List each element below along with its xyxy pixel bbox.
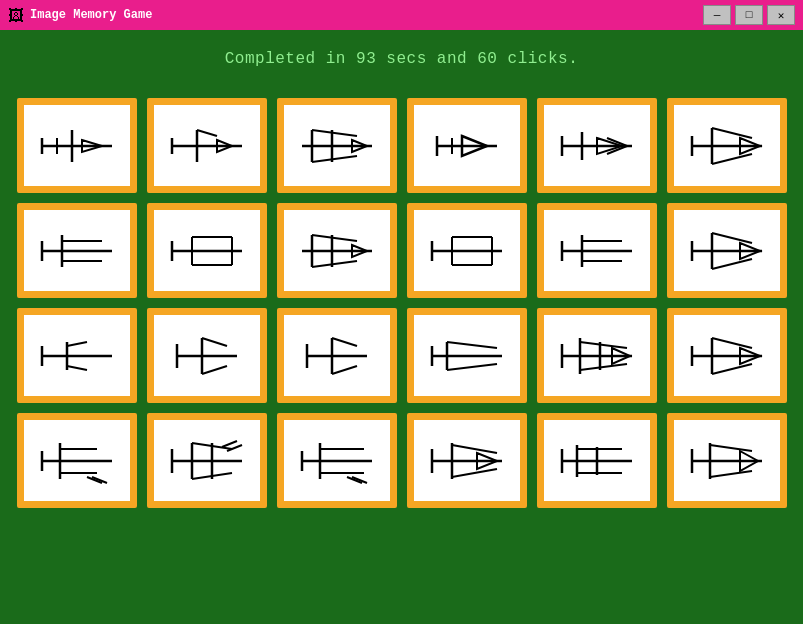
svg-line-29: [712, 128, 752, 138]
card-2-2[interactable]: [147, 203, 267, 298]
svg-line-84: [332, 366, 357, 374]
completion-message: Completed in 93 secs and 60 clicks.: [225, 50, 579, 68]
svg-line-83: [332, 338, 357, 346]
card-3-5[interactable]: [537, 308, 657, 403]
card-inner: [24, 105, 130, 186]
svg-line-96: [580, 364, 627, 370]
card-3-1[interactable]: [17, 308, 137, 403]
card-inner: [414, 315, 520, 396]
card-2-3[interactable]: [277, 203, 397, 298]
card-1-6[interactable]: [667, 98, 787, 193]
svg-line-67: [712, 233, 752, 243]
svg-line-48: [312, 235, 357, 241]
svg-line-130: [452, 469, 497, 477]
card-1-2[interactable]: [147, 98, 267, 193]
svg-line-102: [712, 364, 752, 374]
card-4-2[interactable]: [147, 413, 267, 508]
minimize-button[interactable]: —: [703, 5, 731, 25]
title-bar-buttons: — □ ✕: [703, 5, 795, 25]
card-2-1[interactable]: [17, 203, 137, 298]
svg-line-117: [222, 441, 237, 447]
card-2-4[interactable]: [407, 203, 527, 298]
card-inner: [24, 420, 130, 501]
card-inner: [24, 210, 130, 291]
card-4-3[interactable]: [277, 413, 397, 508]
card-3-2[interactable]: [147, 308, 267, 403]
svg-line-142: [710, 471, 752, 477]
card-inner: [284, 315, 390, 396]
card-inner: [414, 105, 520, 186]
title-bar: 🖼 Image Memory Game — □ ✕: [0, 0, 803, 30]
cards-grid: [17, 98, 787, 508]
card-3-3[interactable]: [277, 308, 397, 403]
card-1-1[interactable]: [17, 98, 137, 193]
card-1-5[interactable]: [537, 98, 657, 193]
svg-line-74: [67, 366, 87, 370]
window-title: Image Memory Game: [30, 8, 152, 22]
app-icon: 🖼: [8, 7, 24, 23]
card-inner: [154, 420, 260, 501]
card-2-6[interactable]: [667, 203, 787, 298]
svg-line-13: [312, 130, 357, 136]
card-inner: [284, 420, 390, 501]
card-inner: [154, 105, 260, 186]
svg-line-79: [202, 366, 227, 374]
svg-line-141: [710, 445, 752, 451]
svg-line-101: [712, 338, 752, 348]
card-3-6[interactable]: [667, 308, 787, 403]
svg-line-8: [197, 130, 217, 136]
card-1-3[interactable]: [277, 98, 397, 193]
card-4-4[interactable]: [407, 413, 527, 508]
card-inner: [674, 420, 780, 501]
card-inner: [154, 210, 260, 291]
title-bar-left: 🖼 Image Memory Game: [8, 7, 152, 23]
card-1-4[interactable]: [407, 98, 527, 193]
card-inner: [414, 420, 520, 501]
maximize-button[interactable]: □: [735, 5, 763, 25]
card-inner: [674, 315, 780, 396]
card-inner: [674, 105, 780, 186]
svg-line-88: [447, 342, 497, 348]
card-2-5[interactable]: [537, 203, 657, 298]
svg-line-14: [312, 156, 357, 162]
svg-line-129: [452, 445, 497, 453]
card-inner: [544, 420, 650, 501]
card-3-4[interactable]: [407, 308, 527, 403]
card-4-1[interactable]: [17, 413, 137, 508]
card-4-5[interactable]: [537, 413, 657, 508]
svg-line-30: [712, 154, 752, 164]
card-inner: [414, 210, 520, 291]
svg-line-89: [447, 364, 497, 370]
card-inner: [544, 210, 650, 291]
close-button[interactable]: ✕: [767, 5, 795, 25]
card-inner: [154, 315, 260, 396]
game-area: Completed in 93 secs and 60 clicks.: [0, 30, 803, 624]
card-inner: [284, 105, 390, 186]
svg-line-78: [202, 338, 227, 346]
svg-line-73: [67, 342, 87, 346]
card-inner: [284, 210, 390, 291]
card-4-6[interactable]: [667, 413, 787, 508]
card-inner: [544, 315, 650, 396]
svg-line-68: [712, 259, 752, 269]
card-inner: [544, 105, 650, 186]
card-inner: [24, 315, 130, 396]
card-inner: [674, 210, 780, 291]
svg-line-95: [580, 342, 627, 348]
svg-line-49: [312, 261, 357, 267]
